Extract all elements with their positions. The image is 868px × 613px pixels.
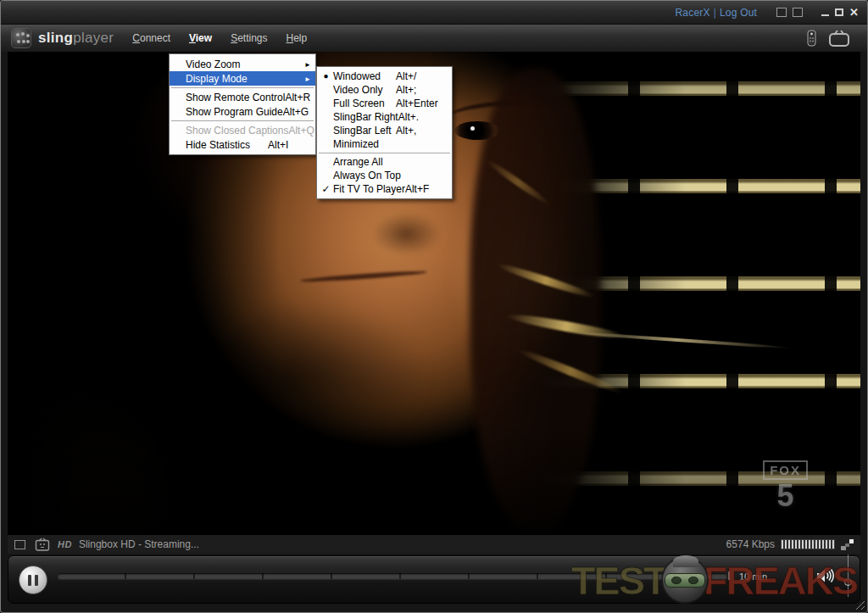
bitrate-text: 6574 Kbps bbox=[726, 538, 775, 550]
submenu-item-fit-tv-to-player[interactable]: ✓ Fit TV To Player Alt+F bbox=[317, 182, 452, 196]
minimize-button[interactable] bbox=[821, 14, 829, 16]
menu-separator bbox=[319, 153, 450, 153]
submenu-item-video-only[interactable]: Video Only Alt+; bbox=[317, 83, 452, 97]
submenu-item-full-screen[interactable]: Full Screen Alt+Enter bbox=[317, 97, 452, 110]
slingplayer-window: RacerX|Log Out ✕ slingplayer Connect Vie… bbox=[0, 0, 868, 613]
menu-separator bbox=[171, 120, 314, 121]
menubar: slingplayer Connect View Settings Help bbox=[1, 25, 867, 52]
pause-button[interactable] bbox=[19, 566, 47, 594]
menu-help[interactable]: Help bbox=[287, 32, 308, 44]
account-name[interactable]: RacerX bbox=[675, 7, 709, 19]
seek-slider[interactable] bbox=[58, 573, 727, 579]
actress-eye bbox=[454, 121, 500, 140]
menu-item-display-mode[interactable]: Display Mode ► bbox=[170, 71, 315, 86]
slingplayer-logo: slingplayer bbox=[11, 28, 114, 48]
tv-source-icon bbox=[35, 538, 50, 551]
checkmark-icon: ✓ bbox=[319, 184, 333, 194]
submenu-item-slingbar-right[interactable]: SlingBar Right Alt+. bbox=[317, 110, 452, 124]
menu-connect[interactable]: Connect bbox=[132, 32, 170, 44]
fox-logo-text: FOX bbox=[763, 460, 808, 480]
logout-link[interactable]: Log Out bbox=[720, 7, 757, 19]
menu-item-hide-statistics[interactable]: Hide Statistics Alt+I bbox=[170, 137, 315, 152]
submenu-item-windowed[interactable]: ● Windowed Alt+/ bbox=[317, 70, 452, 83]
slingbar-left-button[interactable] bbox=[793, 8, 803, 17]
volume-slider-knob[interactable] bbox=[844, 578, 852, 586]
restore-button[interactable] bbox=[835, 8, 843, 16]
titlebar: RacerX|Log Out ✕ bbox=[1, 1, 867, 25]
menu-item-show-remote-control[interactable]: Show Remote Control Alt+R bbox=[170, 90, 315, 104]
menu-separator bbox=[171, 87, 314, 88]
seek-thumb[interactable] bbox=[728, 571, 730, 580]
volume-slider[interactable] bbox=[844, 554, 853, 597]
close-button[interactable]: ✕ bbox=[849, 7, 859, 18]
submenu-arrow-icon: ► bbox=[304, 60, 311, 68]
submenu-item-always-on-top[interactable]: Always On Top bbox=[317, 169, 452, 182]
network-icon bbox=[841, 539, 854, 550]
menu-item-video-zoom[interactable]: Video Zoom ► bbox=[170, 57, 315, 71]
display-mode-submenu: ● Windowed Alt+/ Video Only Alt+; Full S… bbox=[316, 66, 453, 199]
statusbar: HD Slingbox HD - Streaming... 6574 Kbps bbox=[8, 535, 860, 554]
radio-bullet-icon: ● bbox=[319, 72, 333, 81]
menu-item-show-program-guide[interactable]: Show Program Guide Alt+G bbox=[170, 104, 315, 119]
fox-logo-number: 5 bbox=[763, 481, 808, 511]
menu-view[interactable]: View bbox=[189, 32, 212, 44]
sling-logo-icon bbox=[11, 28, 31, 48]
view-dropdown-menu: Video Zoom ► Display Mode ► Show Remote … bbox=[169, 53, 316, 155]
brand-text: slingplayer bbox=[38, 30, 114, 47]
transport-controlbar: 10 min bbox=[8, 555, 860, 604]
submenu-item-minimized[interactable]: Minimized bbox=[317, 137, 452, 151]
account-divider: | bbox=[714, 7, 716, 19]
slingbar-right-button[interactable] bbox=[776, 8, 787, 17]
submenu-arrow-icon: ► bbox=[304, 75, 311, 82]
menu-item-show-closed-captions: Show Closed Captions Alt+Q bbox=[170, 123, 315, 137]
submenu-item-slingbar-left[interactable]: SlingBar Left Alt+, bbox=[317, 124, 452, 137]
menu-settings[interactable]: Settings bbox=[231, 32, 267, 44]
signal-meter bbox=[781, 539, 835, 549]
hd-badge: HD bbox=[58, 539, 72, 549]
submenu-item-arrange-all[interactable]: Arrange All bbox=[317, 155, 452, 169]
stream-status-text: Slingbox HD - Streaming... bbox=[79, 538, 199, 550]
buffer-time-label: 10 min bbox=[739, 571, 767, 582]
tv-mode-icon[interactable] bbox=[828, 30, 850, 47]
remote-control-icon[interactable] bbox=[807, 30, 816, 47]
fox5-channel-logo: FOX 5 bbox=[763, 460, 808, 511]
account-links[interactable]: RacerX|Log Out bbox=[675, 7, 757, 19]
stop-icon[interactable] bbox=[14, 540, 25, 549]
volume-icon[interactable] bbox=[815, 567, 836, 584]
